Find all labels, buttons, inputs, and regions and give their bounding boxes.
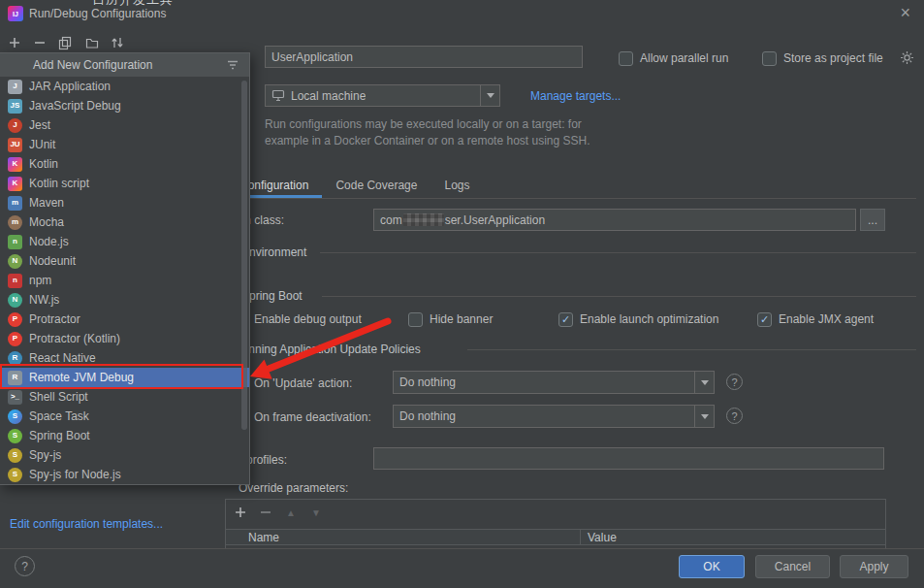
help-button[interactable]: ? (15, 556, 35, 576)
store-as-project-file-checkbox[interactable]: Store as project file (762, 50, 883, 66)
save-configuration-icon[interactable] (83, 34, 101, 51)
active-profiles-input[interactable] (373, 447, 884, 470)
configuration-type-item[interactable]: J JAR Application (0, 77, 249, 96)
chevron-down-icon[interactable] (694, 372, 714, 393)
enable-launch-optimization-checkbox[interactable]: Enable launch optimization (558, 311, 718, 327)
redacted-text (403, 213, 444, 226)
tab[interactable]: Logs (430, 172, 483, 198)
on-update-action-label: On 'Update' action: (254, 376, 352, 390)
help-icon[interactable]: ? (726, 374, 743, 390)
add-icon[interactable] (6, 34, 23, 51)
move-down-icon[interactable]: ▼ (307, 504, 325, 521)
mocha-icon: m (8, 215, 22, 230)
checkbox-label: Hide banner (430, 312, 493, 326)
popup-title: Add New Configuration (33, 58, 152, 72)
configuration-type-item[interactable]: S Spring Boot (0, 426, 249, 445)
move-up-icon[interactable]: ▲ (282, 504, 300, 521)
add-new-configuration-popup: Add New Configuration J JAR Application … (0, 52, 250, 485)
configuration-type-item[interactable]: N NW.js (0, 290, 249, 310)
chevron-down-icon[interactable] (694, 406, 714, 427)
npm-icon: n (8, 274, 22, 288)
table-header: Name Value (226, 529, 885, 545)
configuration-type-item[interactable]: n Node.js (0, 232, 249, 251)
environment-separator (320, 252, 916, 253)
override-parameters-label: Override parameters: (239, 481, 348, 495)
main-class-prefix: com (380, 213, 402, 227)
allow-parallel-run-checkbox[interactable]: Allow parallel run (619, 50, 728, 66)
kotlin-script-icon: K (8, 177, 22, 191)
browse-button[interactable]: ... (860, 209, 885, 231)
background-window-text: 日历开发工具 (92, 0, 174, 6)
section-spring-boot: Spring Boot (241, 289, 303, 303)
configuration-type-item[interactable]: m Maven (0, 193, 249, 212)
main-class-suffix: ser.UserApplication (445, 213, 545, 227)
cancel-button[interactable]: Cancel (755, 555, 830, 578)
computer-icon (271, 89, 285, 102)
apply-button[interactable]: Apply (840, 555, 908, 578)
spy-js-node-icon: S (8, 468, 22, 482)
configuration-type-item[interactable]: P Protractor (Kotlin) (0, 329, 249, 348)
close-icon[interactable]: × (900, 3, 910, 23)
configuration-type-item[interactable]: P Protractor (0, 310, 249, 329)
checkbox-label: Enable launch optimization (580, 312, 718, 326)
help-icon[interactable]: ? (726, 408, 743, 424)
on-frame-deactivation-label: On frame deactivation: (254, 410, 371, 424)
popup-header: Add New Configuration (0, 53, 249, 77)
edit-configuration-templates-link[interactable]: Edit configuration templates... (10, 517, 163, 531)
configuration-type-item[interactable]: K Kotlin script (0, 174, 249, 193)
checkbox-box[interactable] (558, 312, 573, 327)
protractor-kotlin-icon: P (8, 332, 22, 346)
remove-icon[interactable] (31, 34, 48, 51)
run-on-select[interactable]: Local machine (265, 84, 500, 107)
dialog-title: Run/Debug Configurations (29, 7, 166, 20)
checkbox-box[interactable] (757, 312, 772, 327)
configuration-type-item[interactable]: JU JUnit (0, 135, 249, 154)
configuration-type-item[interactable]: S Spy-js for Node.js (0, 465, 249, 484)
configuration-type-item[interactable]: n npm (0, 271, 249, 290)
main-class-input[interactable]: com ser.UserApplication (373, 209, 856, 231)
jest-icon: J (8, 118, 22, 133)
name-input[interactable]: UserApplication (265, 46, 583, 68)
copy-icon[interactable] (56, 34, 74, 51)
configuration-type-item[interactable]: >_ Shell Script (0, 387, 249, 407)
ok-button[interactable]: OK (679, 555, 745, 578)
enable-debug-output-checkbox[interactable]: Enable debug output (233, 311, 362, 327)
checkbox-box[interactable] (619, 51, 633, 66)
configuration-type-item[interactable]: m Mocha (0, 212, 249, 232)
remote-jvm-debug-highlight-box (0, 364, 243, 389)
spring-boot-separator (322, 296, 916, 297)
configuration-type-item[interactable]: JS JavaScript Debug (0, 96, 249, 115)
filter-icon[interactable] (226, 58, 239, 72)
checkbox-box[interactable] (762, 51, 777, 66)
column-value: Value (588, 531, 617, 544)
configuration-type-item[interactable]: J Jest (0, 115, 249, 135)
manage-targets-link[interactable]: Manage targets... (530, 89, 621, 103)
run-on-value: Local machine (291, 89, 366, 103)
tabs-separator (226, 198, 916, 199)
chevron-down-icon[interactable] (480, 85, 499, 106)
hide-banner-checkbox[interactable]: Hide banner (408, 311, 493, 327)
space-task-icon: S (8, 409, 22, 424)
javascript-debug-icon: JS (8, 99, 22, 114)
configuration-type-item[interactable]: N Nodeunit (0, 251, 249, 271)
configuration-type-item[interactable]: S Spy-js (0, 445, 249, 465)
run-on-help-line2: example in a Docker Container or on a re… (265, 134, 590, 147)
gear-icon[interactable] (898, 49, 915, 66)
sort-icon[interactable] (109, 34, 126, 51)
on-frame-deactivation-select[interactable]: Do nothing (393, 405, 715, 428)
nodejs-icon: n (8, 235, 22, 249)
checkbox-box[interactable] (408, 312, 423, 327)
intellij-logo-icon: IJ (8, 6, 23, 21)
shell-script-icon: >_ (8, 390, 22, 405)
configuration-type-item[interactable]: K Kotlin (0, 154, 249, 174)
configuration-type-item[interactable]: S Space Task (0, 407, 249, 426)
on-update-action-select[interactable]: Do nothing (393, 371, 715, 394)
configuration-type-list: J JAR Application JS JavaScript Debug J … (0, 77, 249, 484)
checkbox-label: Allow parallel run (640, 51, 728, 65)
maven-icon: m (8, 196, 22, 211)
add-icon[interactable] (232, 504, 249, 521)
enable-jmx-agent-checkbox[interactable]: Enable JMX agent (757, 311, 874, 327)
nwjs-icon: N (8, 293, 22, 308)
tab[interactable]: Code Coverage (322, 172, 430, 198)
remove-icon[interactable] (257, 504, 274, 521)
